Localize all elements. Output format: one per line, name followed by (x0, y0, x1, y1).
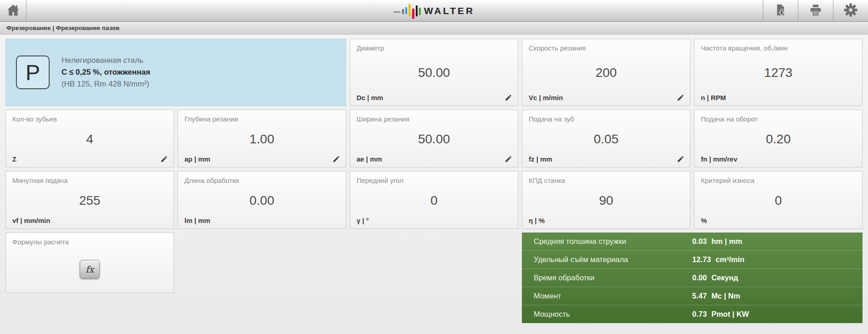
export-icon (774, 3, 787, 19)
card-value: 0 (694, 184, 862, 217)
teeth-count-card[interactable]: Кол-во зубьев 4 Z (5, 110, 174, 167)
card-value: 255 (6, 184, 174, 217)
card-unit: ae | mm (357, 155, 382, 163)
result-unit: Mc | Nm (711, 292, 740, 300)
card-label: Критерий износа (694, 172, 862, 184)
result-label: Удельный съём материала (534, 255, 692, 264)
card-unit: % (701, 217, 707, 224)
results-panel: Средняя толшина стружки 0.03hm | mm Удел… (522, 233, 863, 323)
card-label: Ширина резания (350, 110, 518, 123)
material-name: Нелегированная сталь (61, 55, 150, 66)
cutting-depth-card[interactable]: Глубина резания 1.00 ap | mm (178, 110, 346, 167)
cutting-width-card[interactable]: Ширина резания 50.00 ae | mm (350, 110, 518, 167)
card-label: Кол-во зубьев (6, 110, 174, 123)
print-button[interactable] (798, 0, 833, 21)
breadcrumb: Фрезерование | Фрезерование пазов (0, 22, 868, 35)
top-bar: WALTER (0, 0, 868, 22)
card-label: Глубина резания (178, 110, 346, 123)
card-value: 4 (6, 123, 174, 155)
material-description: Нелегированная сталь C ≤ 0,25 %, отожжен… (61, 55, 150, 90)
pencil-icon[interactable] (677, 94, 684, 101)
result-value: 12.73 (692, 255, 711, 264)
material-properties: (HB 125, Rm 428 N/mm²) (61, 78, 150, 90)
result-value: 0.73 (692, 310, 707, 319)
card-unit: fz | mm (529, 155, 552, 163)
content-area: P Нелегированная сталь C ≤ 0,25 %, отожж… (0, 35, 868, 334)
feed-per-rev-card: Подача на оборот 0.20 fn | mm/rev (694, 110, 863, 167)
card-unit: lm | mm (184, 217, 210, 224)
result-row-torque: Момент 5.47Mc | Nm (522, 287, 863, 305)
material-spec: C ≤ 0,25 %, отожженная (61, 66, 150, 78)
result-label: Мощность (534, 310, 692, 319)
rake-angle-card: Передний угол 0 γ | ° (350, 171, 518, 229)
card-value: 90 (522, 184, 690, 217)
card-value: 1273 (694, 52, 862, 94)
settings-button[interactable] (833, 0, 868, 21)
result-unit: Секунд (711, 273, 738, 282)
result-row-machining-time: Время обработки 0.00Секунд (522, 268, 863, 287)
card-value: 0.00 (178, 184, 346, 217)
pencil-icon[interactable] (332, 155, 340, 163)
result-unit: cm³/min (715, 255, 744, 264)
card-label: Диаметр (350, 39, 518, 52)
card-value: 0.20 (694, 123, 862, 155)
spindle-speed-card: Частота вращения, об./мин 1273 n | RPM (694, 39, 863, 106)
card-label: Подача на зуб (522, 110, 690, 123)
home-button[interactable] (0, 0, 26, 21)
feed-rate-card: Минутная подача 255 vf | mm/min (5, 171, 174, 229)
card-label: Формулы расчета (6, 233, 174, 246)
card-value: 50.00 (350, 123, 518, 155)
wear-criterion-card: Критерий износа 0 % (694, 171, 863, 229)
card-unit: fn | mm/rev (701, 155, 737, 163)
breadcrumb-text: Фрезерование | Фрезерование пазов (6, 25, 120, 31)
logo-text: WALTER (424, 5, 475, 16)
pencil-icon[interactable] (505, 155, 512, 163)
material-group-badge: P (16, 56, 50, 89)
cutting-speed-card[interactable]: Скорость резания 200 Vc | m/min (522, 39, 690, 106)
formulas-card: Формулы расчета fx (5, 233, 174, 293)
result-value: 0.00 (692, 273, 707, 282)
card-unit: Z (12, 155, 16, 163)
card-value: 50.00 (350, 52, 518, 94)
result-row-material-removal-rate: Удельный съём материала 12.73cm³/min (522, 250, 863, 268)
card-unit: γ | ° (357, 217, 369, 224)
pencil-icon[interactable] (505, 94, 512, 101)
result-value: 5.47 (692, 292, 707, 300)
result-label: Момент (534, 292, 692, 300)
result-row-chip-thickness: Средняя толшина стружки 0.03hm | mm (522, 233, 863, 250)
card-label: Скорость резания (522, 39, 690, 52)
result-unit: hm | mm (711, 237, 742, 246)
card-label: Подача на оборот (694, 110, 862, 123)
card-value: 200 (522, 52, 690, 94)
home-icon (6, 4, 20, 18)
print-icon (809, 3, 822, 19)
card-value: 0 (350, 184, 518, 217)
result-label: Средняя толшина стружки (534, 237, 692, 246)
result-unit: Pmot | KW (711, 310, 749, 319)
settings-icon (843, 3, 858, 19)
fx-button[interactable]: fx (80, 260, 100, 278)
card-label: Передний угол (350, 172, 518, 184)
card-label: Частота вращения, об./мин (694, 39, 862, 52)
card-unit: Vc | m/min (529, 94, 563, 101)
machining-length-card: Длина обработки 0.00 lm | mm (178, 171, 346, 229)
card-unit: vf | mm/min (12, 217, 50, 224)
machine-efficiency-card: КПД станка 90 η | % (522, 171, 690, 229)
card-value: 0.05 (522, 123, 690, 155)
card-label: КПД станка (522, 172, 690, 184)
card-label: Длина обработки (178, 172, 346, 184)
card-unit: ap | mm (184, 155, 210, 163)
feed-per-tooth-card[interactable]: Подача на зуб 0.05 fz | mm (522, 110, 690, 167)
export-button[interactable] (763, 0, 798, 21)
diameter-card[interactable]: Диаметр 50.00 Dc | mm (350, 39, 518, 106)
card-unit: n | RPM (701, 94, 726, 101)
walter-logo: WALTER (393, 0, 475, 21)
card-value: 1.00 (178, 123, 346, 155)
result-label: Время обработки (534, 273, 692, 282)
pencil-icon[interactable] (160, 155, 168, 163)
card-unit: Dc | mm (357, 94, 383, 101)
card-label: Минутная подача (6, 172, 174, 184)
material-card[interactable]: P Нелегированная сталь C ≤ 0,25 %, отожж… (5, 39, 346, 106)
card-unit: η | % (529, 217, 545, 224)
pencil-icon[interactable] (677, 155, 684, 163)
